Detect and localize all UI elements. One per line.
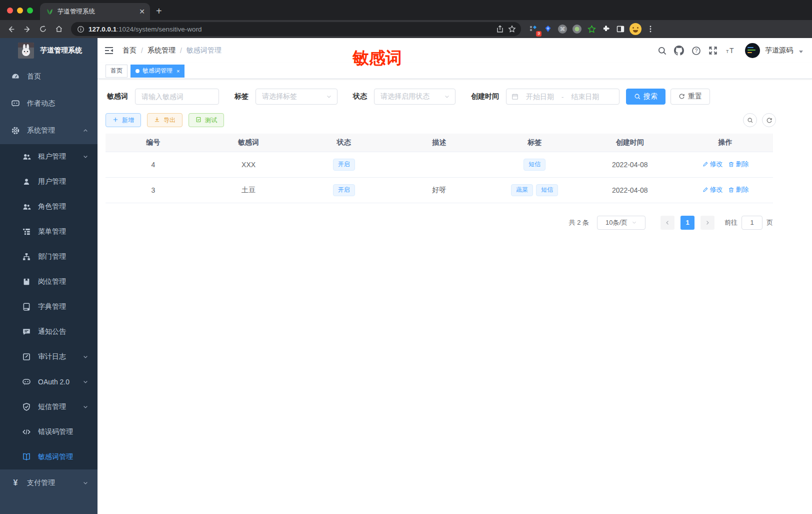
search-icon (747, 117, 754, 124)
next-page-button[interactable] (700, 216, 714, 230)
open-book-icon (22, 452, 31, 461)
sidebar-item[interactable]: 菜单管理 (0, 219, 98, 244)
more-vertical-icon[interactable] (645, 24, 656, 35)
help-icon[interactable]: ? (690, 45, 702, 57)
window-zoom-button[interactable] (27, 8, 33, 14)
sidebar-item[interactable]: 部门管理 (0, 244, 98, 269)
page-number-button[interactable]: 1 (680, 216, 694, 230)
audit-log-icon (22, 352, 31, 361)
tag: 短信 (536, 184, 558, 196)
delete-link[interactable]: 删除 (728, 185, 749, 194)
sidebar-item[interactable]: 系统管理 (0, 117, 98, 144)
filter-date: 创建时间 - (471, 89, 620, 105)
sidebar-item[interactable]: 首页 (0, 63, 98, 90)
tag-select[interactable]: 请选择标签 (256, 89, 338, 105)
sidebar-panel-icon[interactable] (615, 24, 626, 35)
forward-icon[interactable] (20, 22, 34, 36)
cell-tags: 短信 (487, 152, 582, 177)
cell-operations: 修改删除 (678, 152, 773, 177)
cell-create-time: 2022-04-08 (582, 177, 678, 203)
refresh-icon (766, 117, 772, 124)
sidebar-item[interactable]: 用户管理 (0, 169, 98, 194)
sidebar-item-label: 租户管理 (38, 152, 66, 161)
date-range-picker[interactable]: - (506, 89, 620, 105)
keyword-input[interactable] (135, 89, 219, 105)
sidebar-item[interactable]: 审计日志 (0, 344, 98, 369)
breadcrumb-item[interactable]: 系统管理 (148, 46, 176, 55)
tagsview-tab[interactable]: 首页 (106, 65, 128, 78)
test-button[interactable]: 测试 (188, 113, 224, 127)
tab-close-icon[interactable]: × (176, 68, 180, 74)
reset-button[interactable]: 重置 (670, 89, 710, 105)
tagsview-tab[interactable]: 敏感词管理× (130, 65, 184, 78)
breadcrumb-item: 敏感词管理 (186, 46, 222, 55)
sidebar-fold-icon[interactable] (104, 45, 114, 56)
sidebar-item[interactable]: 通知公告 (0, 319, 98, 344)
browser-toolbar: 127.0.0.1:1024/system/sensitive-word 9 ⌘ (0, 20, 812, 38)
svg-text:⌘: ⌘ (560, 26, 566, 32)
font-size-icon[interactable]: TT (724, 45, 736, 57)
sidebar-logo[interactable]: 芋道管理系统 (0, 38, 98, 63)
new-tab-button[interactable]: + (150, 6, 169, 20)
refresh-table-button[interactable] (762, 113, 776, 127)
extension-star-icon[interactable] (586, 24, 597, 35)
extension-kite-icon[interactable] (542, 24, 554, 35)
window-close-button[interactable] (7, 8, 13, 14)
window-minimize-button[interactable] (17, 8, 23, 14)
tab-close-icon[interactable]: ✕ (139, 8, 145, 16)
trash-icon (728, 161, 734, 168)
sidebar-item[interactable]: 短信管理 (0, 394, 98, 419)
fullscreen-icon[interactable] (707, 45, 719, 57)
prev-page-button[interactable] (660, 216, 674, 230)
export-button[interactable]: 导出 (147, 113, 182, 127)
gear-icon (11, 126, 20, 135)
table-column-header: 编号 (106, 134, 201, 152)
delete-link[interactable]: 删除 (728, 160, 749, 169)
share-icon[interactable] (496, 25, 504, 33)
breadcrumb-item[interactable]: 首页 (122, 46, 136, 55)
sidebar-item[interactable]: ¥支付管理 (0, 469, 98, 496)
chevron-down-icon (82, 354, 88, 360)
search-icon[interactable] (656, 45, 668, 57)
sidebar-item[interactable]: OAuth 2.0 (0, 369, 98, 394)
status-select[interactable]: 请选择启用状态 (374, 89, 456, 105)
search-button[interactable]: 搜索 (626, 89, 666, 105)
sidebar-item[interactable]: 敏感词管理 (0, 444, 98, 469)
back-icon[interactable] (4, 22, 18, 36)
edit-link[interactable]: 修改 (702, 185, 723, 194)
info-icon[interactable] (77, 26, 84, 33)
sidebar-item[interactable]: 岗位管理 (0, 269, 98, 294)
user-group-icon (22, 202, 31, 211)
date-start-input[interactable] (522, 93, 558, 101)
extension-grid-icon[interactable]: 9 (528, 24, 539, 35)
sidebar-item[interactable]: 租户管理 (0, 144, 98, 169)
trash-icon (728, 187, 734, 193)
sidebar-item[interactable]: 作者动态 (0, 90, 98, 117)
extension-puzzle-icon[interactable] (600, 24, 612, 35)
plus-icon (112, 117, 120, 124)
github-icon[interactable] (673, 45, 685, 57)
date-end-input[interactable] (568, 93, 602, 101)
sidebar-item-label: 错误码管理 (38, 427, 73, 436)
extension-command-icon[interactable]: ⌘ (557, 24, 568, 35)
cell-create-time: 2022-04-08 (582, 152, 678, 177)
reload-icon[interactable] (36, 22, 50, 36)
home-icon[interactable] (52, 22, 66, 36)
browser-tab[interactable]: 芋道管理系统 ✕ (40, 3, 150, 20)
delete-label: 删除 (736, 160, 749, 169)
sidebar-item[interactable]: 角色管理 (0, 194, 98, 219)
browser-profile-avatar[interactable] (630, 23, 642, 35)
goto-page-input[interactable] (742, 216, 762, 230)
edit-link[interactable]: 修改 (702, 160, 723, 169)
star-icon[interactable] (508, 25, 516, 33)
caret-down-icon[interactable] (799, 51, 803, 53)
add-button[interactable]: 新增 (106, 113, 141, 127)
sidebar-item[interactable]: 错误码管理 (0, 419, 98, 444)
address-bar[interactable]: 127.0.0.1:1024/system/sensitive-word (71, 22, 521, 36)
toggle-search-button[interactable] (743, 113, 757, 127)
sidebar-item[interactable]: 字典管理 (0, 294, 98, 319)
table-column-header: 创建时间 (582, 134, 678, 152)
page-size-select[interactable]: 10条/页 (597, 216, 646, 230)
extension-record-icon[interactable] (572, 24, 582, 35)
user-avatar[interactable] (745, 43, 760, 58)
